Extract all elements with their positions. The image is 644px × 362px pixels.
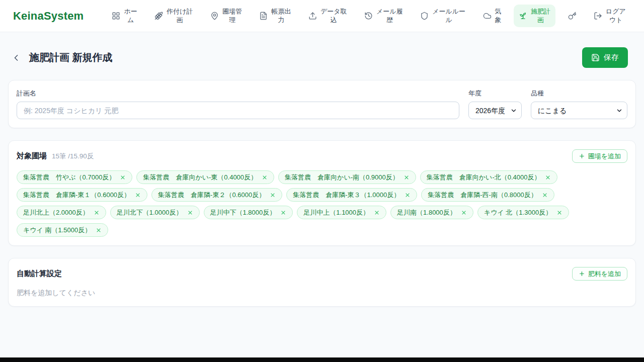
field-chip: 集落営農 倉庫向かい-南（0.9000反） <box>278 170 416 184</box>
nav-item-label: データ取 込 <box>320 8 347 25</box>
log-out-icon <box>594 12 602 20</box>
auto-calc-title: 自動計算設定 <box>17 269 62 279</box>
app-logo[interactable]: KeinaSystem <box>13 10 84 23</box>
remove-chip-button[interactable] <box>545 174 551 180</box>
nav-item-mail-rules[interactable]: メールルー ル <box>415 5 470 28</box>
field-chip-label: 足川中上（1.1000反） <box>303 208 369 217</box>
history-icon <box>364 12 373 20</box>
plan-info-card: 計画名 年度 2026年度 品種 にこまる <box>8 80 636 128</box>
nav-item-weather[interactable]: 気 象 <box>478 5 507 28</box>
nav-item-logout[interactable]: ログア ウト <box>589 5 631 28</box>
nav-item-label: 圃場管 理 <box>222 8 242 25</box>
nav-items: ホー ム作付け計 画圃場管 理帳票出 力データ取 込メール履 歴メールルー ル気… <box>107 5 631 28</box>
field-chip-label: 足川北下（1.0000反） <box>117 208 183 217</box>
field-chip: 集落営農 倉庫隣-西-南（0.8000反） <box>421 188 554 202</box>
field-chip-label: 足川中下（1.8000反） <box>210 208 276 217</box>
field-chip-label: 集落営農 倉庫隣-西-南（0.8000反） <box>428 191 537 200</box>
nav-item-label: 作付け計 画 <box>167 8 193 25</box>
add-fertilizer-button[interactable]: 肥料を追加 <box>572 267 627 281</box>
bottom-bar <box>0 357 644 362</box>
field-chip: 集落営農 竹やぶ（0.7000反） <box>17 170 132 184</box>
field-chip: 足川北下（1.0000反） <box>110 206 200 219</box>
remove-chip-button[interactable] <box>120 174 126 180</box>
remove-chip-button[interactable] <box>556 210 562 216</box>
remove-chip-button[interactable] <box>135 192 141 198</box>
top-navigation: KeinaSystem ホー ム作付け計 画圃場管 理帳票出 力データ取 込メー… <box>0 0 644 32</box>
variety-label: 品種 <box>531 89 627 98</box>
field-chip: 集落営農 倉庫向かい-北（0.4000反） <box>420 170 558 184</box>
back-button[interactable] <box>9 51 23 65</box>
upload-icon <box>308 12 317 20</box>
field-chip: 集落営農 倉庫向かい-東（0.4000反） <box>136 170 274 184</box>
field-chip-label: 足川南（1.8000反） <box>397 208 456 217</box>
page-title: 施肥計画 新規作成 <box>29 51 113 64</box>
field-chip: 足川南（1.8000反） <box>390 206 473 219</box>
grid-icon <box>112 12 120 20</box>
save-button[interactable]: 保存 <box>582 47 628 68</box>
remove-chip-button[interactable] <box>262 174 268 180</box>
map-pin-icon <box>210 12 219 20</box>
file-text-icon <box>259 12 268 20</box>
nav-item-planting[interactable]: 作付け計 画 <box>149 5 198 28</box>
cloud-icon <box>483 12 492 20</box>
sprout-icon <box>519 12 527 20</box>
variety-select[interactable]: にこまる <box>531 102 627 119</box>
remove-chip-button[interactable] <box>187 210 193 216</box>
nav-item-label: ログア ウト <box>606 8 626 25</box>
field-chip: 足川中上（1.1000反） <box>297 206 386 219</box>
target-fields-title: 対象圃場 <box>17 151 47 161</box>
field-chip-label: 集落営農 倉庫隣-東３（1.0000反） <box>293 191 400 200</box>
variety-group: 品種 にこまる <box>531 89 627 119</box>
plan-name-group: 計画名 <box>17 89 459 119</box>
nav-item-import[interactable]: データ取 込 <box>303 5 352 28</box>
nav-item-label: メールルー ル <box>432 8 465 25</box>
plus-icon <box>579 270 585 277</box>
year-group: 年度 2026年度 <box>468 89 522 119</box>
nav-item-label: ホー ム <box>124 8 137 25</box>
field-chip-label: 集落営農 竹やぶ（0.7000反） <box>23 173 115 182</box>
field-chip-label: 集落営農 倉庫向かい-北（0.4000反） <box>427 173 541 182</box>
remove-chip-button[interactable] <box>542 192 548 198</box>
field-chip-list: 集落営農 竹やぶ（0.7000反）集落営農 倉庫向かい-東（0.4000反）集落… <box>17 170 627 237</box>
plus-icon <box>579 153 585 159</box>
add-fertilizer-button-label: 肥料を追加 <box>588 269 621 279</box>
field-chip-label: キウイ 南（1.5000反） <box>23 226 91 235</box>
nav-item-label: メール履 歴 <box>376 8 403 25</box>
year-label: 年度 <box>468 89 522 98</box>
wheat-icon <box>154 12 163 20</box>
year-select[interactable]: 2026年度 <box>468 102 522 119</box>
add-field-button-label: 圃場を追加 <box>588 152 621 161</box>
nav-item-label: 帳票出 力 <box>271 8 291 25</box>
shield-icon <box>420 12 429 20</box>
nav-item-reports[interactable]: 帳票出 力 <box>254 5 296 28</box>
field-chip: 足川北上（2.0000反） <box>17 206 106 219</box>
nav-item-fields[interactable]: 圃場管 理 <box>205 5 247 28</box>
nav-item-key[interactable] <box>563 9 582 23</box>
remove-chip-button[interactable] <box>96 227 102 233</box>
nav-item-label: 気 象 <box>495 8 502 25</box>
field-chip: 足川中下（1.8000反） <box>204 206 293 219</box>
field-chip: キウイ 南（1.5000反） <box>17 223 108 237</box>
auto-calc-card: 自動計算設定 肥料を追加 肥料を追加してください <box>8 258 636 307</box>
target-fields-card: 対象圃場 15筆 /15.90反 圃場を追加 集落営農 竹やぶ（0.7000反）… <box>8 140 636 246</box>
remove-chip-button[interactable] <box>374 210 380 216</box>
remove-chip-button[interactable] <box>461 210 467 216</box>
remove-chip-button[interactable] <box>405 192 411 198</box>
field-chip-label: キウイ 北（1.3000反） <box>484 208 552 217</box>
plan-name-input[interactable] <box>17 102 459 119</box>
add-field-button[interactable]: 圃場を追加 <box>572 149 627 163</box>
field-chip-label: 集落営農 倉庫隣-東１（0.6000反） <box>23 191 130 200</box>
nav-item-fertilization[interactable]: 施肥計 画 <box>514 5 555 28</box>
remove-chip-button[interactable] <box>404 174 410 180</box>
remove-chip-button[interactable] <box>94 210 100 216</box>
page-header: 施肥計画 新規作成 保存 <box>0 32 644 80</box>
chevron-left-icon <box>11 53 21 63</box>
field-chip-label: 集落営農 倉庫向かい-南（0.9000反） <box>285 173 399 182</box>
nav-item-mail-history[interactable]: メール履 歴 <box>359 5 408 28</box>
save-button-label: 保存 <box>604 53 619 62</box>
nav-item-home[interactable]: ホー ム <box>107 5 142 28</box>
remove-chip-button[interactable] <box>280 210 286 216</box>
field-chip: 集落営農 倉庫隣-東２（0.6000反） <box>151 188 282 202</box>
remove-chip-button[interactable] <box>270 192 276 198</box>
field-chip-label: 集落営農 倉庫隣-東２（0.6000反） <box>158 191 265 200</box>
